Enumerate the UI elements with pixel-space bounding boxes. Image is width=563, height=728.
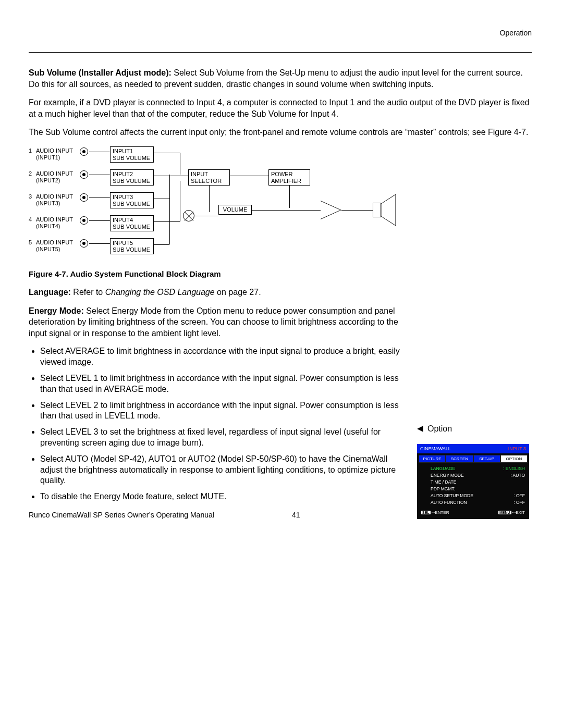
lang-mid: Refer to bbox=[71, 288, 105, 297]
d-wire bbox=[154, 244, 169, 245]
para-note: The Sub Volume control affects the curre… bbox=[29, 127, 532, 138]
osd-row-time[interactable]: TIME / DATE bbox=[431, 479, 525, 486]
osd-row-key: TIME / DATE bbox=[431, 479, 456, 485]
osd-row-val: : ENGLISH bbox=[503, 466, 525, 471]
osd-row-energy[interactable]: ENERGY MODE : AUTO bbox=[431, 472, 525, 479]
d-box-in3-a: INPUT3 bbox=[113, 194, 151, 201]
osd-tab-setup[interactable]: SET-UP bbox=[473, 455, 500, 463]
d-in2-label: AUDIO INPUT bbox=[36, 170, 73, 177]
d-wire bbox=[89, 152, 110, 152]
osd-row-key: LANGUAGE bbox=[431, 466, 455, 471]
osd-row-autosetup[interactable]: AUTO SETUP MODE : OFF bbox=[431, 492, 525, 499]
d-in1-sub: (INPUT1) bbox=[36, 154, 60, 161]
d-wire bbox=[154, 176, 188, 176]
d-box-in5-b: SUB VOLUME bbox=[113, 246, 151, 253]
d-in4-sub: (INPUT4) bbox=[36, 223, 60, 229]
d-in3-label: AUDIO INPUT bbox=[36, 193, 73, 200]
osd-foot-right: MENU···EXIT bbox=[498, 510, 525, 515]
d-box-in2: INPUT2 SUB VOLUME bbox=[110, 169, 154, 186]
option-heading: ◀Option bbox=[417, 424, 532, 434]
d-wire bbox=[341, 210, 373, 211]
d-wire bbox=[209, 185, 210, 212]
d-box-in2-b: SUB VOLUME bbox=[113, 178, 151, 184]
osd-row-autofunc[interactable]: AUTO FUNCTION : OFF bbox=[431, 499, 525, 506]
osd-badge-sel: SEL bbox=[421, 511, 431, 514]
option-title: Option bbox=[427, 424, 452, 433]
osd-tab-picture[interactable]: PICTURE bbox=[419, 455, 446, 463]
d-wire bbox=[89, 220, 110, 221]
d-in3-sub: (INPUT3) bbox=[36, 200, 60, 206]
osd-row-key: ENERGY MODE bbox=[431, 473, 464, 478]
d-wire bbox=[289, 185, 290, 208]
d-sel-a: INPUT bbox=[191, 171, 227, 178]
list-item: Select AUTO (Model SP-42), AUTO1 or AUTO… bbox=[40, 454, 405, 486]
d-box-in4-a: INPUT4 bbox=[113, 217, 151, 224]
d-box-in3-b: SUB VOLUME bbox=[113, 201, 151, 207]
osd-row-val: : OFF bbox=[513, 493, 525, 498]
osd-tabs: PICTURE SCREEN SET-UP OPTION bbox=[417, 453, 529, 463]
d-sel-b: SELECTOR bbox=[191, 178, 227, 184]
d-wire bbox=[89, 243, 110, 244]
d-wire bbox=[194, 216, 218, 216]
d-wire bbox=[154, 199, 169, 199]
osd-footer: SEL···ENTER MENU···EXIT bbox=[417, 508, 529, 516]
d-wire bbox=[89, 198, 110, 198]
osd-row-pdp[interactable]: PDP MGMT. bbox=[431, 486, 525, 492]
list-item: Select AVERAGE to limit brightness in ac… bbox=[40, 346, 405, 368]
d-box-in4: INPUT4 SUB VOLUME bbox=[110, 215, 154, 231]
osd-titlebar: CINEMAWALL INPUT 3 bbox=[417, 444, 529, 453]
section-header: Operation bbox=[500, 29, 532, 37]
osd-badge-menu: MENU bbox=[498, 511, 511, 514]
d-box-in1-a: INPUT1 bbox=[113, 148, 151, 155]
osd-panel: CINEMAWALL INPUT 3 PICTURE SCREEN SET-UP… bbox=[417, 444, 529, 519]
d-box-in1: INPUT1 SUB VOLUME bbox=[110, 146, 154, 163]
osd-row-key: AUTO SETUP MODE bbox=[431, 493, 473, 498]
audio-port-icon bbox=[80, 216, 88, 225]
d-box-volume: VOLUME bbox=[218, 205, 252, 215]
d-wire bbox=[300, 210, 321, 211]
d-box-in5-a: INPUT5 bbox=[113, 240, 151, 246]
energy-lead: Energy Mode: bbox=[29, 306, 84, 315]
d-in2-num: 2 bbox=[29, 170, 32, 177]
top-rule bbox=[29, 52, 532, 53]
osd-row-language[interactable]: LANGUAGE : ENGLISH bbox=[431, 465, 525, 472]
d-in5-sub: (INPUT5) bbox=[36, 246, 60, 252]
d-wire bbox=[180, 181, 180, 221]
d-wire bbox=[230, 176, 268, 176]
osd-foot-left-text: ···ENTER bbox=[432, 510, 449, 515]
d-in3-num: 3 bbox=[29, 193, 32, 200]
osd-tab-screen[interactable]: SCREEN bbox=[446, 455, 473, 463]
osd-menu: LANGUAGE : ENGLISH ENERGY MODE : AUTO TI… bbox=[417, 463, 529, 508]
d-wire bbox=[180, 153, 180, 175]
d-box-selector: INPUT SELECTOR bbox=[188, 169, 230, 186]
page-number: 41 bbox=[292, 511, 300, 519]
d-amp-a: POWER bbox=[271, 171, 308, 178]
d-box-in1-b: SUB VOLUME bbox=[113, 155, 151, 162]
lang-italic: Changing the OSD Language bbox=[105, 288, 215, 297]
osd-tab-option[interactable]: OPTION bbox=[500, 455, 528, 463]
triangle-left-icon: ◀ bbox=[417, 424, 423, 433]
audio-port-icon bbox=[80, 239, 88, 248]
audio-port-icon bbox=[80, 193, 88, 202]
lang-lead: Language: bbox=[29, 288, 71, 297]
osd-brand: CINEMAWALL bbox=[420, 446, 451, 451]
d-wire bbox=[154, 153, 180, 153]
energy-bullet-list: Select AVERAGE to limit brightness in ac… bbox=[40, 346, 405, 502]
list-item: To disable the Energy Mode feature, sele… bbox=[40, 491, 405, 502]
d-box-in5: INPUT5 SUB VOLUME bbox=[110, 238, 154, 254]
osd-row-val: : AUTO bbox=[510, 473, 525, 478]
osd-foot-left: SEL···ENTER bbox=[421, 510, 449, 515]
para-energy: Energy Mode: Select Energy Mode from the… bbox=[29, 305, 405, 339]
para-example: For example, if a DVD player is connecte… bbox=[29, 97, 532, 119]
d-in5-label: AUDIO INPUT bbox=[36, 239, 73, 245]
list-item: Select LEVEL 1 to limit brightness in ac… bbox=[40, 373, 405, 395]
audio-port-icon bbox=[80, 147, 88, 156]
amplifier-icon bbox=[321, 201, 341, 219]
d-wire bbox=[252, 210, 300, 211]
d-wire bbox=[169, 175, 170, 199]
figure-caption: Figure 4-7. Audio System Functional Bloc… bbox=[29, 269, 532, 278]
d-in5-num: 5 bbox=[29, 239, 32, 245]
svg-marker-0 bbox=[381, 194, 396, 226]
footer-text: Runco CinemaWall SP Series Owner’s Opera… bbox=[29, 511, 214, 519]
d-box-in4-b: SUB VOLUME bbox=[113, 224, 151, 230]
